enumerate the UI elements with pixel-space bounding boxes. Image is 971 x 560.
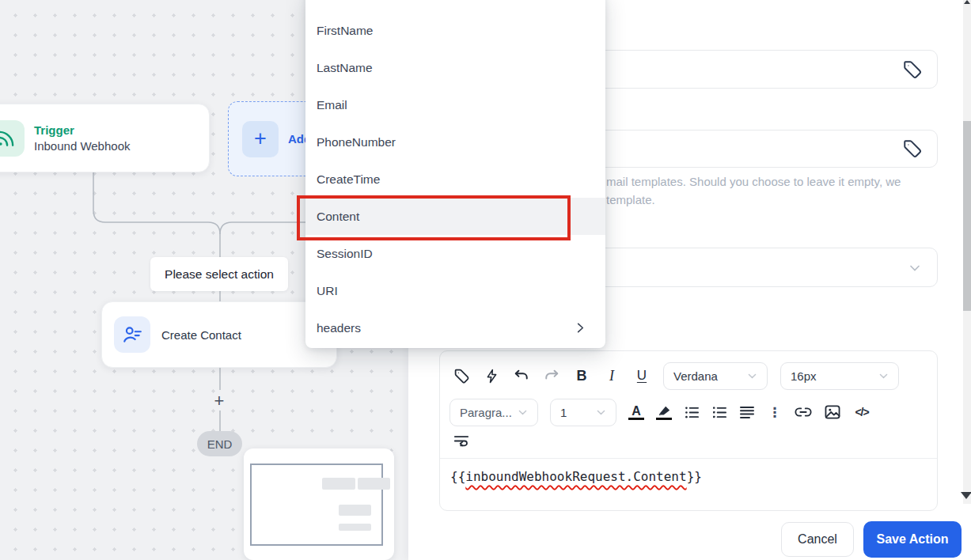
text-wrap-button[interactable] xyxy=(453,432,470,449)
end-node: END xyxy=(197,431,242,456)
rich-text-editor: B I U Verdana 16px Paragra... 1 xyxy=(439,350,938,511)
scrollbar-up-arrow-icon[interactable] xyxy=(964,0,970,4)
italic-button[interactable]: I xyxy=(603,367,620,384)
underline-button[interactable]: U xyxy=(633,367,650,384)
editor-toolbar-row1: B I U Verdana 16px xyxy=(453,361,926,391)
menu-item-uri[interactable]: URI xyxy=(305,272,605,309)
template-open-braces: {{ xyxy=(450,469,465,484)
menu-item-sessionid[interactable]: SessionID xyxy=(305,235,605,272)
image-button[interactable] xyxy=(824,403,841,421)
canvas-preview-card[interactable] xyxy=(244,448,394,560)
menu-item-content[interactable]: Content xyxy=(305,198,605,235)
plus-glyph: + xyxy=(254,127,267,151)
list-level-select[interactable]: 1 xyxy=(550,399,616,426)
align-button[interactable] xyxy=(739,404,755,420)
menu-item-label: LastName xyxy=(317,61,373,75)
font-size-value: 16px xyxy=(791,369,817,383)
trigger-node[interactable]: Trigger Inbound Webhook xyxy=(0,104,210,172)
menu-item-phonenumber[interactable]: PhoneNumber xyxy=(305,123,605,161)
editor-toolbar-row2: Paragra... 1 A xyxy=(449,397,927,427)
highlight-marker-button[interactable] xyxy=(656,404,672,420)
vertical-scrollbar[interactable] xyxy=(963,0,971,504)
menu-item-label: PhoneNumber xyxy=(317,135,396,149)
end-node-label: END xyxy=(207,437,233,451)
menu-item-headers[interactable]: headers xyxy=(305,309,605,346)
menu-item-email[interactable]: Email xyxy=(305,86,605,123)
bold-button[interactable]: B xyxy=(573,367,590,384)
add-step-plus-glyph: + xyxy=(214,391,225,411)
helper-text-line1: mail templates. Should you choose to lea… xyxy=(606,175,901,188)
plus-icon: + xyxy=(242,121,279,157)
numbered-list-button[interactable] xyxy=(711,404,727,420)
chevron-down-icon xyxy=(908,262,921,274)
preview-placeholder-block xyxy=(339,505,371,516)
add-step-plus-button[interactable]: + xyxy=(214,392,225,410)
font-family-select[interactable]: Verdana xyxy=(663,362,768,390)
menu-item-label: FirstName xyxy=(317,24,373,38)
menu-item-firstname[interactable]: FirstName xyxy=(305,12,605,49)
tag-variable-icon[interactable] xyxy=(902,138,923,159)
preview-placeholder-block xyxy=(358,478,390,490)
scrollbar-down-arrow-icon[interactable] xyxy=(961,492,971,499)
font-family-value: Verdana xyxy=(673,369,718,383)
menu-item-label: SessionID xyxy=(317,247,373,261)
chevron-down-icon xyxy=(878,371,889,381)
cancel-button-label: Cancel xyxy=(798,532,837,547)
menu-item-label: CreateTime xyxy=(317,172,380,187)
chevron-right-icon xyxy=(575,322,586,334)
preview-placeholder-block xyxy=(339,524,371,531)
preview-placeholder-block xyxy=(322,478,355,490)
paragraph-style-select[interactable]: Paragra... xyxy=(449,399,538,426)
cancel-button[interactable]: Cancel xyxy=(781,522,854,557)
save-action-button[interactable]: Save Action xyxy=(863,521,962,558)
menu-item-label: Content xyxy=(317,210,359,224)
create-contact-node[interactable]: Create Contact xyxy=(101,301,337,368)
create-contact-label: Create Contact xyxy=(161,328,241,342)
chevron-down-icon xyxy=(518,407,528,418)
paragraph-style-value: Paragra... xyxy=(460,406,512,419)
tag-variable-icon[interactable] xyxy=(902,59,923,80)
menu-item-createtime[interactable]: CreateTime xyxy=(305,161,605,198)
menu-item-label: URI xyxy=(317,284,338,298)
lightning-icon[interactable] xyxy=(483,367,500,384)
trigger-node-title: Trigger xyxy=(34,123,131,137)
tag-variable-icon[interactable] xyxy=(453,367,470,384)
menu-item-lastname[interactable]: LastName xyxy=(305,49,605,86)
template-close-braces: }} xyxy=(687,469,702,484)
variable-dropdown-menu: FirstName LastName Email PhoneNumber Cre… xyxy=(305,0,605,348)
save-action-button-label: Save Action xyxy=(877,532,949,547)
chevron-down-icon xyxy=(747,371,757,381)
font-size-select[interactable]: 16px xyxy=(780,362,899,390)
select-action-prompt: Please select action xyxy=(150,257,288,291)
more-options-button[interactable]: ⋮ xyxy=(767,404,783,420)
undo-icon[interactable] xyxy=(513,367,530,384)
menu-item-label: headers xyxy=(317,321,361,335)
chevron-down-icon xyxy=(596,407,606,418)
trigger-node-subtitle: Inbound Webhook xyxy=(34,139,131,153)
scrollbar-thumb[interactable] xyxy=(963,121,971,311)
contact-person-icon xyxy=(114,316,150,353)
editor-content[interactable]: {{inboundWebhookRequest.Content}} xyxy=(440,459,937,494)
code-view-button[interactable]: </> xyxy=(853,403,870,421)
template-variable: inboundWebhookRequest.Content xyxy=(465,469,686,484)
link-button[interactable] xyxy=(795,403,812,421)
editor-toolbar-row3 xyxy=(453,430,924,451)
list-level-value: 1 xyxy=(560,406,567,419)
webhook-signal-icon xyxy=(0,120,25,157)
redo-icon[interactable] xyxy=(543,367,560,384)
workflow-builder-app: Trigger Inbound Webhook + Add Please sel… xyxy=(0,0,971,560)
menu-item-label: Email xyxy=(317,98,347,112)
select-action-prompt-label: Please select action xyxy=(165,267,274,282)
helper-text-line2: template. xyxy=(606,193,655,206)
font-color-button[interactable]: A xyxy=(628,404,644,420)
bullet-list-button[interactable] xyxy=(684,404,700,420)
trigger-node-text: Trigger Inbound Webhook xyxy=(34,123,131,153)
